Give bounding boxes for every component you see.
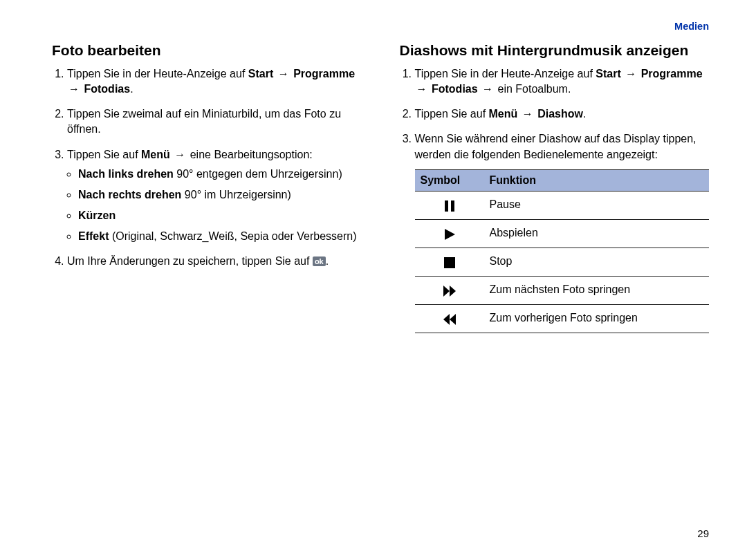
bullet-effect: Effekt (Original, Schwarz_Weiß, Sepia od… (78, 229, 362, 244)
stop-icon (443, 256, 456, 270)
text: . (326, 255, 329, 267)
arrow-icon: → (277, 68, 290, 80)
next-icon (443, 284, 456, 298)
text: 90° im Uhrzeigersinn) (181, 189, 290, 200)
arrow-icon: → (521, 108, 535, 120)
text: Tippen Sie in der Heute-Anzeige auf (67, 68, 248, 80)
text: Wenn Sie während einer Diashow auf das D… (415, 133, 697, 160)
ok-icon: ok (313, 256, 326, 266)
arrow-icon: → (67, 83, 81, 95)
svg-rect-1 (451, 200, 454, 212)
arrow-icon: → (624, 68, 638, 80)
func-text: Stop (484, 248, 710, 276)
th-symbol: Symbol (415, 169, 484, 191)
text: Tippen Sie auf (415, 108, 489, 120)
page-number: 29 (52, 521, 709, 539)
pause-icon (443, 199, 456, 213)
bullet-rotate-left: Nach links drehen 90° entgegen dem Uhrze… (78, 167, 362, 182)
svg-marker-4 (443, 286, 450, 297)
table-row: Abspielen (415, 219, 710, 248)
right-title: Diashows mit Hintergrundmusik anzeigen (400, 41, 710, 59)
right-column: Diashows mit Hintergrundmusik anzeigen T… (400, 37, 710, 521)
left-column: Foto bearbeiten Tippen Sie in der Heute-… (52, 37, 362, 521)
label: Kürzen (78, 209, 116, 221)
svg-marker-7 (450, 314, 456, 325)
nav-menu: Menü (489, 108, 518, 120)
right-step-2: Tippen Sie auf Menü → Diashow. (415, 106, 710, 122)
func-text: Pause (484, 191, 710, 219)
text: Um Ihre Änderungen zu speichern, tippen … (67, 255, 313, 267)
label: Nach rechts drehen (78, 189, 181, 200)
text: Tippen Sie auf (67, 149, 141, 160)
nav-programme: Programme (641, 68, 703, 80)
func-text: Zum nächsten Foto springen (484, 276, 710, 304)
text: 90° entgegen dem Uhrzeigersinn) (174, 168, 342, 180)
left-title: Foto bearbeiten (52, 41, 362, 59)
controls-table: Symbol Funktion Pause Abspielen (415, 169, 710, 333)
table-row: Pause (415, 191, 710, 219)
left-step-3: Tippen Sie auf Menü → eine Bearbeitungso… (67, 147, 362, 244)
text: Tippen Sie in der Heute-Anzeige auf (415, 68, 596, 80)
nav-programme: Programme (293, 68, 355, 80)
right-step-1: Tippen Sie in der Heute-Anzeige auf Star… (415, 66, 710, 97)
label: Nach links drehen (78, 168, 174, 180)
svg-marker-5 (450, 286, 456, 297)
svg-marker-6 (443, 314, 450, 325)
nav-fotodias: Fotodias (84, 83, 130, 95)
arrow-icon: → (415, 83, 429, 95)
func-text: Zum vorherigen Foto springen (484, 304, 710, 333)
section-header: Medien (52, 21, 709, 37)
left-step-4: Um Ihre Änderungen zu speichern, tippen … (67, 254, 362, 269)
text: ein Fotoalbum. (498, 83, 571, 95)
svg-rect-0 (445, 200, 448, 212)
play-icon (443, 227, 456, 241)
bullet-rotate-right: Nach rechts drehen 90° im Uhrzeigersinn) (78, 187, 362, 203)
arrow-icon: → (481, 83, 495, 95)
th-function: Funktion (484, 169, 710, 191)
text: (Original, Schwarz_Weiß, Sepia oder Verb… (109, 230, 356, 242)
nav-fotodias: Fotodias (432, 83, 478, 95)
table-row: Stop (415, 248, 710, 276)
nav-menu: Menü (141, 149, 170, 160)
bullet-crop: Kürzen (78, 208, 362, 223)
func-text: Abspielen (484, 219, 710, 248)
arrow-icon: → (173, 149, 187, 160)
left-step-2: Tippen Sie zweimal auf ein Miniaturbild,… (67, 106, 362, 137)
left-step-1: Tippen Sie in der Heute-Anzeige auf Star… (67, 66, 362, 97)
table-row: Zum nächsten Foto springen (415, 276, 710, 304)
table-row: Zum vorherigen Foto springen (415, 304, 710, 333)
prev-icon (443, 312, 456, 326)
nav-start: Start (596, 68, 620, 80)
label: Effekt (78, 230, 109, 242)
svg-rect-3 (444, 257, 455, 268)
svg-marker-2 (445, 229, 455, 240)
nav-diashow: Diashow (537, 108, 583, 120)
nav-start: Start (248, 68, 273, 80)
right-step-3: Wenn Sie während einer Diashow auf das D… (415, 131, 710, 333)
text: eine Bearbeitungsoption: (190, 149, 313, 160)
